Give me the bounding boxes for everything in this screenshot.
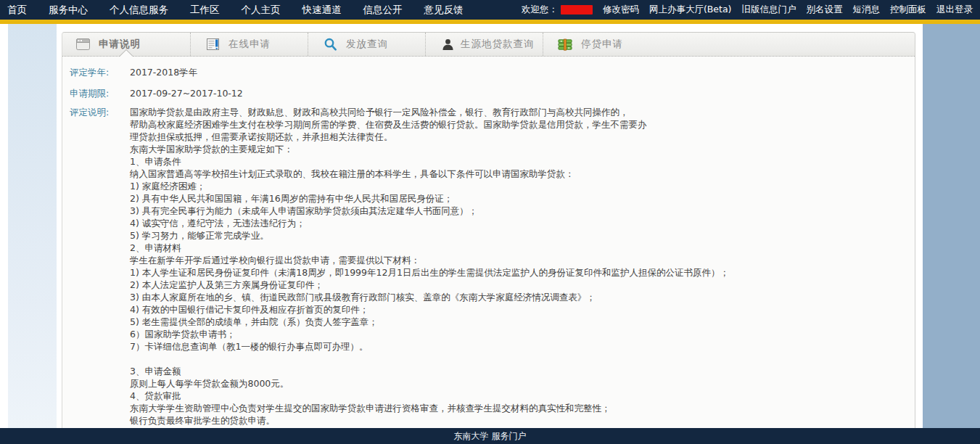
footer-bar: 东南大学 服务门户 <box>0 428 980 444</box>
nav-item[interactable]: 别名设置 <box>807 4 843 16</box>
description-line: 纳入国家普通高等学校招生计划正式录取的、我校在籍注册的本科学生，具备以下条件可以… <box>130 168 729 180</box>
left-margin-panel <box>8 24 57 428</box>
description-line: 国家助学贷款是由政府主导、财政贴息、财政和高校共同给予银行一定风险补偿金，银行、… <box>130 106 729 118</box>
nav-item[interactable]: 个人信息服务 <box>110 4 168 17</box>
description-line: 帮助高校家庭经济困难学生支付在校学习期间所需的学费、住宿费及生活费的银行贷款。国… <box>130 118 729 131</box>
description-line: 银行负责最终审批学生的贷款申请。 <box>130 414 729 427</box>
person-icon <box>440 38 455 50</box>
search-icon <box>323 38 337 51</box>
redacted-username <box>561 5 593 15</box>
apply-period-label: 申请期限: <box>70 87 123 100</box>
tab-disbursement-query[interactable]: 发放查询 <box>308 33 426 56</box>
description-line: 3) 具有完全民事行为能力（未成年人申请国家助学贷款须由其法定建华人书面同意）； <box>130 205 729 217</box>
welcome-text: 欢迎您： <box>522 4 593 16</box>
tab-label: 发放查询 <box>346 38 388 51</box>
description-line: 2、申请材料 <box>130 242 729 254</box>
description-row: 评定说明: 国家助学贷款是由政府主导、财政贴息、财政和高校共同给予银行一定风险补… <box>70 106 900 428</box>
nav-item[interactable]: 意见反馈 <box>424 4 464 17</box>
tab-label: 申请说明 <box>99 38 141 51</box>
description-line: 5) 老生需提供全部的成绩单，并由院（系）负责人签字盖章； <box>130 316 729 328</box>
tab-hometown-loan-query[interactable]: 生源地贷款查询 <box>426 33 543 56</box>
nav-item[interactable]: 退出登录 <box>936 4 973 16</box>
description-line: 2) 具有中华人民共和国国籍，年满16周岁的需持有中华人民共和国居民身份证； <box>130 192 729 205</box>
nav-item[interactable]: 服务中心 <box>49 4 88 17</box>
apply-period-value: 2017-09-27~2017-10-12 <box>123 87 243 100</box>
tab-label: 停贷申请 <box>581 38 623 51</box>
tab-bar: 申请说明在线申请发放查询生源地贷款查询停贷申请 <box>62 33 915 57</box>
tab-label: 生源地贷款查询 <box>461 38 535 51</box>
nav-item[interactable]: 工作区 <box>190 4 220 17</box>
assess-year-row: 评定学年: 2017-2018学年 <box>70 66 900 79</box>
description-line: 5) 学习努力，能够正常完成学业。 <box>130 229 729 242</box>
window-icon <box>75 38 90 50</box>
nav-item[interactable]: 首页 <box>7 4 27 17</box>
assess-year-value: 2017-2018学年 <box>123 66 197 79</box>
description-line: 原则上每人每学年贷款金额为8000元。 <box>130 377 729 390</box>
description-line: 4、贷款审批 <box>130 390 729 402</box>
content-card: 申请说明在线申请发放查询生源地贷款查询停贷申请 评定学年: 2017-2018学… <box>62 32 915 428</box>
description-line: 3、申请金额 <box>130 365 729 377</box>
description-line <box>130 353 729 365</box>
description-label: 评定说明: <box>70 106 123 119</box>
tab-application-instructions[interactable]: 申请说明 <box>62 33 191 56</box>
right-margin-panel <box>923 24 980 428</box>
description-line: 东南大学学生资助管理中心负责对学生提交的国家助学贷款申请进行资格审查，并核查学生… <box>130 402 729 414</box>
description-line: 学生在新学年开学后通过学校向银行提出贷款申请，需要提供以下材料： <box>130 254 729 266</box>
description-line: 理贷款担保或抵押，但需要承诺按期还款，并承担相关法律责任。 <box>130 131 729 143</box>
description-line: 1、申请条件 <box>130 155 729 168</box>
page-body: 申请说明在线申请发放查询生源地贷款查询停贷申请 评定学年: 2017-2018学… <box>0 24 980 428</box>
description-line: 7）卡详细信息查询单（教1一楼的银行办事点即可办理）。 <box>130 340 729 353</box>
nav-item[interactable]: 网上办事大厅(Beta) <box>649 4 732 16</box>
tab-label: 在线申请 <box>228 38 271 51</box>
nav-item[interactable]: 信息公开 <box>363 4 403 17</box>
description-line: 4) 诚实守信，遵纪守法，无违法违纪行为； <box>130 217 729 229</box>
nav-item[interactable]: 短消息 <box>853 4 881 16</box>
top-nav-right: 欢迎您： 修改密码网上办事大厅(Beta)旧版信息门户别名设置短消息控制面板退出… <box>522 4 973 16</box>
money-icon <box>558 38 572 51</box>
nav-item[interactable]: 控制面板 <box>890 4 926 16</box>
description-line: 4) 有效的中国银行借记卡复印件及相应存折首页的复印件； <box>130 303 729 316</box>
description-line: 3) 由本人家庭所在地的乡、镇、街道民政部门或县级教育行政部门核实、盖章的《东南… <box>130 291 729 303</box>
nav-item[interactable]: 快速通道 <box>302 4 342 17</box>
form-icon <box>205 38 220 50</box>
apply-period-row: 申请期限: 2017-09-27~2017-10-12 <box>70 87 900 100</box>
description-line: 1) 本人学生证和居民身份证复印件（未满18周岁，即1999年12月1日后出生的… <box>130 266 729 279</box>
nav-item[interactable]: 修改密码 <box>603 4 639 16</box>
description-line: 2) 本人法定监护人及第三方亲属身份证复印件； <box>130 279 729 291</box>
assess-year-label: 评定学年: <box>70 66 123 79</box>
description-line: 1) 家庭经济困难； <box>130 180 729 192</box>
top-nav-right-items: 修改密码网上办事大厅(Beta)旧版信息门户别名设置短消息控制面板退出登录 <box>603 4 973 16</box>
description-line: 东南大学国家助学贷款的主要规定如下： <box>130 143 729 155</box>
tab-online-application[interactable]: 在线申请 <box>191 33 308 56</box>
description-line: 6）国家助学贷款申请书； <box>130 328 729 340</box>
welcome-label: 欢迎您： <box>522 4 558 16</box>
top-nav-bar: 首页服务中心个人信息服务工作区个人主页快速通道信息公开意见反馈 欢迎您： 修改密… <box>0 0 980 20</box>
tab-stop-loan-application[interactable]: 停贷申请 <box>543 33 661 56</box>
nav-item[interactable]: 旧版信息门户 <box>742 4 796 16</box>
top-nav-left: 首页服务中心个人信息服务工作区个人主页快速通道信息公开意见反馈 <box>7 4 464 17</box>
description-lines: 国家助学贷款是由政府主导、财政贴息、财政和高校共同给予银行一定风险补偿金，银行、… <box>123 106 729 428</box>
footer-text: 东南大学 服务门户 <box>454 430 527 443</box>
loan-info-content: 评定学年: 2017-2018学年 申请期限: 2017-09-27~2017-… <box>62 57 915 428</box>
nav-item[interactable]: 个人主页 <box>242 4 281 17</box>
